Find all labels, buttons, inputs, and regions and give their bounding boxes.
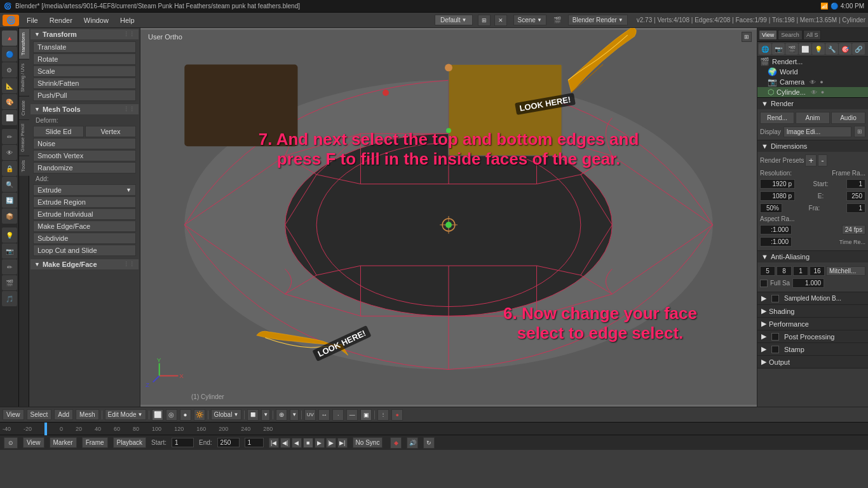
vtab-transform[interactable]: Transform	[19, 28, 29, 59]
smooth-vertex-btn[interactable]: Smooth Vertex	[33, 150, 136, 161]
tool-icon-4[interactable]: 🎨	[2, 94, 17, 109]
frame-input[interactable]	[846, 203, 865, 213]
bt-select-btn[interactable]: Select	[27, 409, 52, 420]
playback-icon[interactable]: 🔊	[407, 437, 418, 449]
screen-icon[interactable]: ⊞	[478, 15, 491, 26]
anim-play[interactable]: ▶	[315, 438, 325, 448]
snap-magnet-btn[interactable]: 🔲	[247, 409, 259, 421]
select-vert-btn[interactable]: ·	[332, 409, 344, 421]
extrude-dropdown[interactable]: Extrude ▼	[33, 184, 136, 196]
tool-icon-1[interactable]: 🔵	[2, 46, 17, 62]
shade-mat-btn[interactable]: ●	[180, 409, 191, 421]
mirror-btn[interactable]: ↔	[318, 409, 330, 421]
blender-menu-logo[interactable]: 🌀	[3, 15, 19, 26]
sb-frame-btn[interactable]: Frame	[82, 437, 108, 448]
viewport[interactable]: X Y Z	[140, 28, 757, 407]
sb-marker-btn[interactable]: Marker	[50, 437, 77, 448]
shade-solid-btn[interactable]: ⬜	[152, 409, 163, 421]
vtab-grease[interactable]: Grease Pencil	[19, 119, 29, 156]
screen-close[interactable]: ✕	[494, 15, 507, 26]
sb-view-btn[interactable]: View	[23, 437, 44, 448]
render-audio-btn[interactable]: Audio	[831, 112, 865, 124]
right-tab-alls[interactable]: All S	[803, 30, 822, 40]
tool-icon-13[interactable]: 📷	[2, 243, 17, 259]
ricon-link[interactable]: 🔗	[852, 43, 865, 55]
percent-input[interactable]	[760, 203, 782, 213]
height-input[interactable]	[760, 191, 795, 201]
sb-start-input[interactable]	[172, 438, 194, 447]
shade-wire-btn[interactable]: ◎	[166, 409, 177, 421]
sb-playback-btn[interactable]: Playback	[113, 437, 147, 448]
select-edge-btn[interactable]: —	[346, 409, 358, 421]
bt-view-btn[interactable]: View	[3, 409, 24, 420]
sync-icon[interactable]: ↻	[423, 437, 435, 449]
right-tab-view[interactable]: View	[759, 30, 777, 40]
proportional-btn[interactable]: ⊕	[276, 409, 287, 421]
tool-icon-0[interactable]: 🔺	[2, 30, 17, 46]
transform-orient-dropdown[interactable]: Global ▼	[211, 409, 242, 420]
anim-play-rev[interactable]: ◀	[292, 438, 302, 448]
layout-dropdown[interactable]: Default ▼	[435, 15, 473, 25]
ricon-light[interactable]: 💡	[812, 43, 825, 55]
select-face-btn[interactable]: ▣	[360, 409, 372, 421]
right-tab-search[interactable]: Search	[778, 30, 803, 40]
aa-val-0[interactable]	[760, 266, 775, 276]
vertex-btn[interactable]: Vertex	[85, 126, 136, 137]
presets-plus-btn[interactable]: +	[805, 154, 817, 166]
maximize-btn[interactable]: ⊞	[742, 32, 752, 42]
sb-current-frame[interactable]	[245, 438, 264, 447]
aa-val-1[interactable]	[776, 266, 792, 276]
tool-icon-6[interactable]: ✏	[2, 129, 17, 144]
layer-btn[interactable]: ⋮	[377, 409, 389, 421]
tool-icon-2[interactable]: ⚙	[2, 62, 17, 78]
bt-add-btn[interactable]: Add	[54, 409, 73, 420]
tool-icon-15[interactable]: 🎬	[2, 275, 17, 290]
mitchell-dropdown[interactable]: Mitchell...	[826, 266, 865, 276]
full-sa-checkbox[interactable]	[760, 280, 768, 287]
anim-skip-start[interactable]: |◀	[269, 438, 279, 448]
render-anim-btn[interactable]: Anim	[796, 112, 830, 124]
vtab-create[interactable]: Create	[19, 96, 29, 119]
tool-icon-8[interactable]: 🔒	[2, 161, 17, 176]
ricon-target[interactable]: 🎯	[839, 43, 851, 55]
scene-tree-cylinder[interactable]: ⬡ Cylinde... 👁 ●	[757, 87, 868, 97]
aspect-x-input[interactable]	[760, 225, 792, 234]
translate-btn[interactable]: Translate	[33, 41, 136, 53]
tool-icon-12[interactable]: 💡	[2, 227, 17, 243]
extrude-individual-btn[interactable]: Extrude Individual	[33, 208, 136, 220]
proportional-dd[interactable]: ▼	[290, 409, 299, 421]
tool-icon-3[interactable]: 📐	[2, 78, 17, 93]
transform-header[interactable]: ▼ Transform ⋮⋮	[31, 29, 139, 39]
scene-dropdown[interactable]: Scene ▼	[513, 15, 546, 25]
stamp-header[interactable]: ▶ Stamp	[757, 343, 868, 355]
anim-next-key[interactable]: |▶	[326, 438, 336, 448]
randomize-btn[interactable]: Randomize	[33, 162, 136, 173]
snap-dropdown[interactable]: ▼	[261, 409, 270, 421]
tool-icon-7[interactable]: 👁	[2, 145, 17, 160]
render-rend-btn[interactable]: Rend...	[760, 112, 794, 124]
aspect-y-input[interactable]	[760, 237, 792, 247]
tool-icon-5[interactable]: ⬜	[2, 110, 17, 125]
sb-nosync-dd[interactable]: No Sync	[353, 437, 383, 448]
push-pull-btn[interactable]: Push/Pull	[33, 90, 136, 101]
smb-checkbox[interactable]	[771, 295, 779, 302]
width-input[interactable]	[760, 179, 795, 189]
loop-cut-slide-btn[interactable]: Loop Cut and Slide	[33, 245, 136, 256]
pp-checkbox[interactable]	[771, 333, 779, 341]
ricon-camera[interactable]: 📷	[772, 43, 785, 55]
anim-skip-end[interactable]: ▶|	[337, 438, 348, 448]
perf-header[interactable]: ▶ Performance	[757, 318, 868, 330]
aa-val-3[interactable]	[810, 266, 825, 276]
pp-header[interactable]: ▶ Post Processing	[757, 330, 868, 342]
shading-header[interactable]: ▶ Shading	[757, 305, 868, 317]
extrude-region-btn[interactable]: Extrude Region	[33, 196, 136, 208]
tool-icon-9[interactable]: 🔍	[2, 177, 17, 192]
display-icon[interactable]: ⊞	[854, 126, 865, 137]
stamp-checkbox[interactable]	[771, 346, 779, 353]
anim-prev-key[interactable]: ◀|	[280, 438, 290, 448]
shade-render-btn[interactable]: 🔆	[194, 409, 205, 421]
make-edge-face-btn[interactable]: Make Edge/Face	[33, 220, 136, 232]
slide-ed-btn[interactable]: Slide Ed	[33, 126, 84, 137]
menu-render[interactable]: Render	[46, 15, 76, 25]
presets-minus-btn[interactable]: -	[818, 154, 827, 166]
